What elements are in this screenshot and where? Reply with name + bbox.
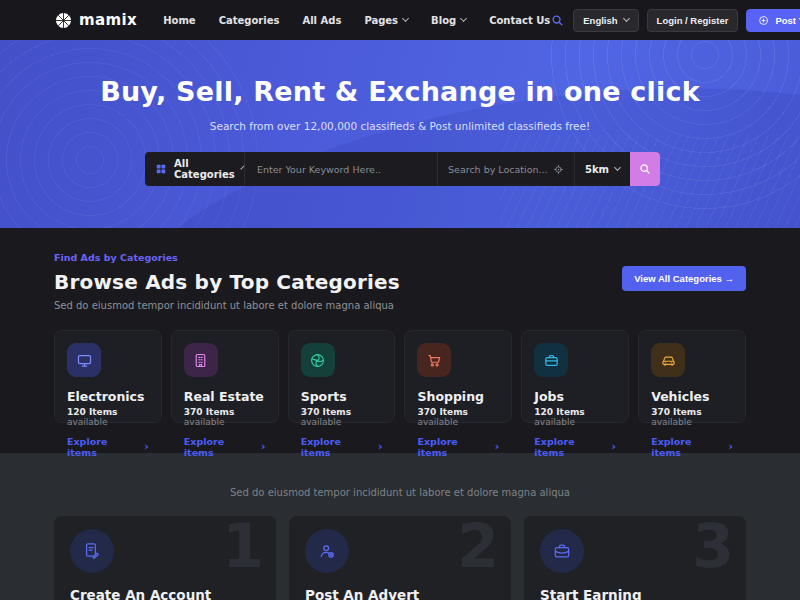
chevron-down-icon: [240, 165, 244, 169]
categories-subtitle: Sed do eiusmod tempor incididunt ut labo…: [54, 300, 400, 311]
nav-item-contact-us[interactable]: Contact Us: [489, 15, 550, 26]
explore-items-link[interactable]: Explore items›: [301, 436, 383, 458]
category-cards-row: Electronics 120 Items available Explore …: [54, 330, 746, 423]
page-root: mamix Home Categories All Ads Pages Blog…: [0, 0, 800, 600]
hero-search-bar: All Categories 5km: [145, 152, 660, 186]
car-icon: [651, 343, 685, 377]
step-title: Create An Account: [70, 587, 260, 600]
chevron-down-icon: [460, 15, 467, 22]
category-card-electronics[interactable]: Electronics 120 Items available Explore …: [54, 330, 162, 423]
keyword-field-wrap: [245, 152, 437, 186]
grid-icon: [155, 163, 167, 175]
nav-item-pages[interactable]: Pages: [364, 15, 408, 26]
step-number: 2: [457, 516, 499, 576]
step-number: 3: [692, 516, 734, 576]
category-card-jobs[interactable]: Jobs 120 Items available Explore items›: [521, 330, 629, 423]
category-card-shopping[interactable]: Shopping 370 Items available Explore ite…: [404, 330, 512, 423]
search-icon[interactable]: [550, 13, 565, 28]
explore-items-link[interactable]: Explore items›: [651, 436, 733, 458]
post-your-ad-button[interactable]: Post Your Ad: [746, 9, 800, 32]
category-card-real-estate[interactable]: Real Estate 370 Items available Explore …: [171, 330, 279, 423]
item-count: 120 Items available: [534, 407, 616, 427]
chevron-right-icon: ›: [612, 441, 617, 452]
document-pen-icon: [70, 529, 114, 573]
location-input[interactable]: [448, 164, 547, 175]
search-icon: [638, 162, 652, 176]
building-icon: [184, 343, 218, 377]
login-register-button[interactable]: Login / Register: [647, 9, 739, 32]
nav-item-all-ads[interactable]: All Ads: [302, 15, 341, 26]
chevron-right-icon: ›: [495, 441, 500, 452]
top-navbar: mamix Home Categories All Ads Pages Blog…: [0, 0, 800, 40]
briefcase-icon: [540, 529, 584, 573]
logo-text: mamix: [79, 11, 137, 29]
step-card-post-advert[interactable]: 2 Post An Advert Eiusmod tempor incididu…: [289, 516, 511, 600]
how-it-works-section: Sed do eiusmod tempor incididunt ut labo…: [0, 453, 800, 600]
item-count: 370 Items available: [184, 407, 266, 427]
logo[interactable]: mamix: [54, 11, 137, 30]
hero-title: Buy, Sell, Rent & Exchange in one click: [0, 40, 800, 107]
nav-item-blog[interactable]: Blog: [431, 15, 466, 26]
step-card-create-account[interactable]: 1 Create An Account Eiusmod tempor incid…: [54, 516, 276, 600]
item-count: 370 Items available: [417, 407, 499, 427]
person-plus-icon: [305, 529, 349, 573]
steps-row: 1 Create An Account Eiusmod tempor incid…: [54, 516, 746, 600]
search-submit-button[interactable]: [630, 152, 660, 186]
step-number: 1: [222, 516, 264, 576]
logo-icon: [54, 11, 73, 30]
chevron-down-icon: [402, 15, 409, 22]
categories-header: Find Ads by Categories Browse Ads by Top…: [54, 252, 746, 311]
categories-section: Find Ads by Categories Browse Ads by Top…: [0, 228, 800, 453]
item-count: 370 Items available: [651, 407, 733, 427]
hero-subtitle: Search from over 12,00,000 classifieds &…: [0, 120, 800, 132]
hero-section: Buy, Sell, Rent & Exchange in one click …: [0, 40, 800, 228]
chevron-right-icon: ›: [728, 441, 733, 452]
radius-dropdown[interactable]: 5km: [574, 152, 630, 186]
location-field-wrap: [437, 152, 574, 186]
plus-circle-icon: [758, 15, 769, 26]
nav-links: Home Categories All Ads Pages Blog Conta…: [163, 15, 550, 26]
category-dropdown[interactable]: All Categories: [145, 152, 245, 186]
chevron-down-icon: [614, 164, 621, 171]
item-count: 370 Items available: [301, 407, 383, 427]
ball-icon: [301, 343, 335, 377]
step-title: Post An Advert: [305, 587, 495, 600]
chevron-right-icon: ›: [378, 441, 383, 452]
cart-icon: [417, 343, 451, 377]
explore-items-link[interactable]: Explore items›: [67, 436, 149, 458]
category-card-vehicles[interactable]: Vehicles 370 Items available Explore ite…: [638, 330, 746, 423]
step-card-start-earning[interactable]: 3 Start Earning Eiusmod tempor incididun…: [524, 516, 746, 600]
explore-items-link[interactable]: Explore items›: [417, 436, 499, 458]
keyword-input[interactable]: [257, 164, 425, 175]
categories-title: Browse Ads by Top Categories: [54, 270, 400, 294]
category-card-sports[interactable]: Sports 370 Items available Explore items…: [288, 330, 396, 423]
chevron-right-icon: ›: [144, 441, 149, 452]
view-all-categories-button[interactable]: View All Categories →: [622, 266, 746, 291]
explore-items-link[interactable]: Explore items›: [184, 436, 266, 458]
chevron-right-icon: ›: [261, 441, 266, 452]
categories-eyebrow: Find Ads by Categories: [54, 252, 400, 263]
step-title: Start Earning: [540, 587, 730, 600]
how-it-works-subtitle: Sed do eiusmod tempor incididunt ut labo…: [54, 487, 746, 498]
nav-item-categories[interactable]: Categories: [219, 15, 280, 26]
monitor-icon: [67, 343, 101, 377]
nav-item-home[interactable]: Home: [163, 15, 195, 26]
chevron-down-icon: [623, 15, 630, 22]
crosshair-icon[interactable]: [553, 164, 564, 175]
language-dropdown[interactable]: English: [573, 9, 638, 32]
nav-right-controls: English Login / Register Post Your Ad: [550, 9, 800, 32]
explore-items-link[interactable]: Explore items›: [534, 436, 616, 458]
briefcase-icon: [534, 343, 568, 377]
item-count: 120 Items available: [67, 407, 149, 427]
